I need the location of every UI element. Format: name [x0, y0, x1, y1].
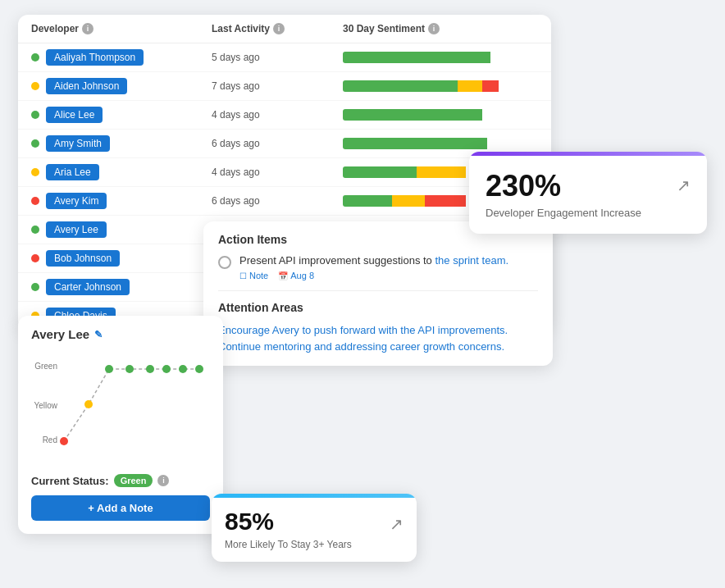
dev-cell: Aria Lee: [31, 164, 212, 180]
dev-cell: Avery Kim: [31, 193, 212, 209]
bar-segment: [482, 80, 499, 92]
divider: [218, 290, 538, 291]
dev-badge[interactable]: Aria Lee: [46, 164, 99, 180]
bar-segment: [392, 195, 425, 207]
dev-badge[interactable]: Bob Johnson: [46, 250, 120, 267]
bar-segment: [458, 80, 482, 92]
sentiment-bar: [343, 138, 507, 149]
activity-cell: 6 days ago: [212, 138, 343, 149]
developer-header-label: Developer: [31, 23, 79, 34]
sentiment-bar-cell: [343, 52, 538, 63]
status-dot: [31, 283, 39, 291]
dev-cell: Avery Lee: [31, 221, 212, 238]
status-dot: [31, 254, 39, 262]
svg-point-6: [125, 365, 134, 373]
svg-text:Red: Red: [43, 435, 57, 444]
svg-point-9: [179, 365, 187, 373]
dev-badge[interactable]: Aiden Johnson: [46, 78, 127, 94]
attention-areas-title: Attention Areas: [218, 301, 538, 314]
sentiment-bar-cell: [343, 109, 538, 121]
current-status: Current Status: Green i: [31, 474, 210, 487]
dev-cell: Aiden Johnson: [31, 78, 212, 94]
dev-badge[interactable]: Aaliyah Thompson: [46, 49, 144, 66]
table-row: Aiden Johnson7 days ago: [18, 72, 551, 101]
sentiment-bar: [343, 80, 507, 92]
engagement-label: Developer Engagement Increase: [486, 207, 641, 219]
status-info-icon[interactable]: i: [157, 475, 169, 486]
svg-point-5: [105, 365, 113, 373]
sentiment-header-label: 30 Day Sentiment: [343, 23, 425, 34]
status-dot: [31, 82, 39, 90]
activity-cell: 7 days ago: [212, 80, 343, 92]
bar-segment: [343, 195, 392, 207]
engagement-card: 230% Developer Engagement Increase ↗: [469, 152, 707, 234]
action-check[interactable]: [218, 256, 231, 269]
action-meta: ☐ Note 📅 Aug 8: [239, 271, 508, 280]
status-badge: Green: [114, 474, 153, 487]
svg-point-3: [60, 437, 68, 445]
dev-badge[interactable]: Avery Lee: [46, 221, 107, 238]
bar-segment: [343, 138, 487, 149]
edit-icon[interactable]: ✎: [94, 329, 103, 340]
engagement-percentage: 230%: [486, 169, 641, 203]
bar-segment: [417, 166, 466, 178]
sentiment-bar-cell: [343, 80, 538, 92]
table-header: Developer i Last Activity i 30 Day Senti…: [18, 15, 551, 43]
profile-name-text: Avery Lee: [31, 327, 89, 341]
sentiment-bar: [343, 109, 507, 121]
attention-text: Encourage Avery to push forward with the…: [218, 322, 538, 354]
profile-chart: Green Yellow Red: [31, 351, 210, 466]
status-dot: [31, 53, 39, 62]
note-tag[interactable]: ☐ Note: [239, 271, 268, 280]
bar-segment: [343, 166, 417, 178]
status-dot: [31, 197, 39, 205]
dev-cell: Amy Smith: [31, 135, 212, 152]
activity-header-label: Last Activity: [212, 23, 270, 34]
dev-badge[interactable]: Avery Kim: [46, 193, 107, 209]
dev-cell: Aaliyah Thompson: [31, 49, 212, 66]
bar-segment: [343, 52, 490, 63]
profile-card: Avery Lee ✎ Green Yellow Red Current Sta…: [18, 316, 223, 534]
table-row: Alice Lee4 days ago: [18, 101, 551, 130]
svg-point-7: [146, 365, 154, 373]
activity-cell: 6 days ago: [212, 195, 343, 207]
bar-segment: [343, 80, 458, 92]
date-tag[interactable]: 📅 Aug 8: [278, 271, 314, 280]
bar-segment: [425, 195, 466, 207]
activity-cell: 4 days ago: [212, 166, 343, 178]
action-text: Present API improvement suggestions to t…: [239, 254, 508, 267]
retention-trend-icon: ↗: [390, 514, 404, 534]
dev-badge[interactable]: Carter Johnson: [46, 279, 130, 295]
table-row: Aaliyah Thompson5 days ago: [18, 43, 551, 72]
activity-cell: 4 days ago: [212, 109, 343, 121]
status-dot: [31, 168, 39, 176]
retention-label: More Likely To Stay 3+ Years: [225, 539, 352, 550]
developer-info-icon[interactable]: i: [82, 23, 93, 34]
action-panel: Action Items Present API improvement sug…: [203, 221, 553, 366]
sentiment-col-header: 30 Day Sentiment i: [343, 23, 538, 34]
retention-card: 85% More Likely To Stay 3+ Years ↗: [212, 494, 417, 562]
action-item: Present API improvement suggestions to t…: [218, 254, 538, 280]
svg-point-10: [195, 365, 203, 373]
dev-badge[interactable]: Alice Lee: [46, 107, 103, 123]
developer-col-header: Developer i: [31, 23, 212, 34]
retention-card-content: 85% More Likely To Stay 3+ Years ↗: [212, 498, 417, 562]
engagement-trend-icon: ↗: [677, 175, 691, 195]
current-status-label: Current Status:: [31, 475, 109, 487]
svg-text:Yellow: Yellow: [34, 401, 57, 410]
svg-text:Green: Green: [34, 362, 57, 371]
bar-segment: [343, 109, 482, 121]
dev-cell: Carter Johnson: [31, 279, 212, 295]
sentiment-info-icon[interactable]: i: [428, 23, 440, 34]
svg-point-4: [84, 400, 93, 408]
dev-cell: Bob Johnson: [31, 250, 212, 267]
add-note-button[interactable]: + Add a Note: [31, 495, 210, 521]
action-items-title: Action Items: [218, 233, 538, 246]
sentiment-chart-svg: Green Yellow Red: [31, 351, 210, 462]
status-dot: [31, 111, 39, 119]
activity-col-header: Last Activity i: [212, 23, 343, 34]
profile-name: Avery Lee ✎: [31, 327, 210, 341]
dev-badge[interactable]: Amy Smith: [46, 135, 110, 152]
svg-point-8: [162, 365, 171, 373]
activity-info-icon[interactable]: i: [273, 23, 285, 34]
